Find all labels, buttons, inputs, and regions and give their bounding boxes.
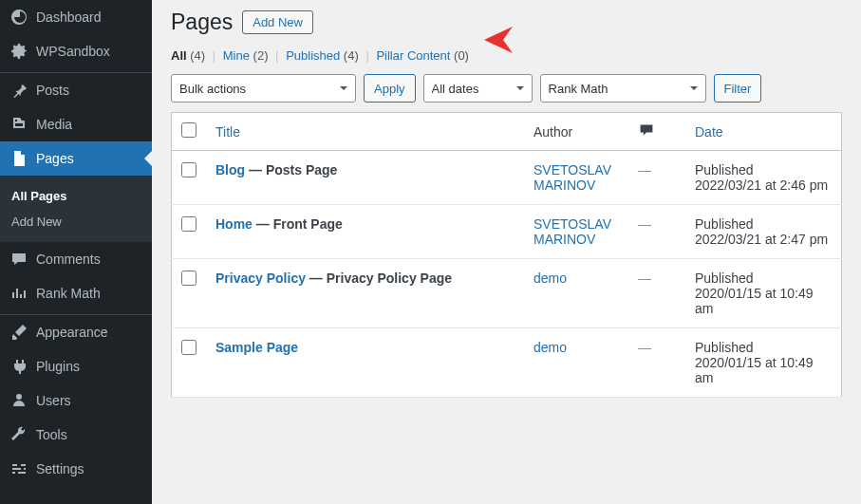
- date-time: 2020/01/15 at 10:49 am: [695, 286, 832, 316]
- wrench-icon: [9, 425, 28, 444]
- sidebar-item-tools[interactable]: Tools: [0, 418, 152, 452]
- page-icon: [9, 149, 28, 168]
- filter-pillar[interactable]: Pillar Content: [376, 48, 450, 63]
- date-status: Published: [695, 162, 832, 177]
- table-row: Blog — Posts PageSVETOSLAV MARINOV—Publi…: [172, 151, 842, 205]
- comment-icon: [9, 250, 28, 269]
- row-checkbox[interactable]: [181, 340, 197, 355]
- page-title-suffix: — Posts Page: [245, 162, 337, 177]
- author-link[interactable]: demo: [533, 271, 567, 286]
- rank-math-select[interactable]: Rank Math: [540, 74, 706, 103]
- row-checkbox[interactable]: [181, 162, 197, 177]
- page-title: Pages: [171, 9, 233, 35]
- column-comments-header[interactable]: [628, 113, 685, 151]
- date-status: Published: [695, 216, 832, 232]
- date-time: 2022/03/21 at 2:47 pm: [695, 232, 832, 247]
- column-author-header: Author: [524, 113, 628, 151]
- sidebar-sub-all-pages[interactable]: All Pages: [0, 183, 152, 209]
- sidebar-item-label: Users: [36, 393, 71, 408]
- sidebar-item-settings[interactable]: Settings: [0, 452, 152, 486]
- comment-count: —: [638, 340, 651, 355]
- page-title-link[interactable]: Home: [215, 216, 253, 232]
- sidebar-item-rank-math[interactable]: Rank Math: [0, 276, 152, 310]
- date-filter-select[interactable]: All dates: [423, 74, 533, 103]
- sidebar-item-label: Media: [36, 117, 72, 132]
- date-time: 2022/03/21 at 2:46 pm: [695, 177, 832, 193]
- sidebar-item-dashboard[interactable]: Dashboard: [0, 0, 152, 34]
- sidebar-item-users[interactable]: Users: [0, 383, 152, 418]
- table-row: Home — Front PageSVETOSLAV MARINOV—Publi…: [172, 205, 842, 259]
- plug-icon: [9, 357, 28, 376]
- filter-published-count: (4): [344, 48, 359, 63]
- sidebar-item-posts[interactable]: Posts: [0, 73, 152, 107]
- date-status: Published: [695, 271, 832, 286]
- bulk-actions-select[interactable]: Bulk actions: [171, 74, 356, 103]
- date-time: 2020/01/15 at 10:49 am: [695, 355, 832, 385]
- comment-count: —: [638, 162, 651, 177]
- user-icon: [9, 391, 28, 410]
- page-title-link[interactable]: Blog: [215, 162, 245, 177]
- row-checkbox[interactable]: [181, 216, 197, 232]
- sidebar-item-label: Plugins: [36, 359, 80, 374]
- comment-count: —: [638, 216, 651, 232]
- table-row: Privacy Policy — Privacy Policy Pagedemo…: [172, 259, 842, 328]
- sidebar-sub-add-new[interactable]: Add New: [0, 209, 152, 234]
- author-link[interactable]: SVETOSLAV MARINOV: [533, 216, 611, 247]
- filter-all[interactable]: All: [171, 48, 187, 63]
- sidebar-item-label: WPSandbox: [36, 44, 110, 59]
- sidebar-item-label: Dashboard: [36, 9, 102, 25]
- add-new-button[interactable]: Add New: [242, 10, 313, 34]
- page-title-suffix: — Front Page: [253, 216, 343, 232]
- comment-bubble-icon: [638, 122, 655, 138]
- sidebar-submenu: All Pages Add New: [0, 176, 152, 242]
- filter-mine[interactable]: Mine: [223, 48, 250, 63]
- sidebar-item-comments[interactable]: Comments: [0, 242, 152, 276]
- page-title-link[interactable]: Sample Page: [215, 340, 298, 355]
- sidebar-item-pages[interactable]: Pages: [0, 141, 152, 176]
- chart-icon: [9, 284, 28, 303]
- page-title-link[interactable]: Privacy Policy: [215, 271, 306, 286]
- column-date-header[interactable]: Date: [695, 124, 723, 140]
- author-link[interactable]: SVETOSLAV MARINOV: [533, 162, 611, 193]
- filter-button[interactable]: Filter: [714, 74, 762, 103]
- sidebar-item-appearance[interactable]: Appearance: [0, 315, 152, 349]
- pages-table: Title Author Date Blog — Posts PageSVETO…: [171, 112, 842, 398]
- date-status: Published: [695, 340, 832, 355]
- table-row: Sample Pagedemo—Published2020/01/15 at 1…: [172, 328, 842, 398]
- gear-icon: [9, 42, 28, 61]
- sidebar-item-media[interactable]: Media: [0, 107, 152, 141]
- controls-row: Bulk actions Apply All dates Rank Math F…: [171, 74, 842, 103]
- sidebar-item-label: Appearance: [36, 325, 108, 340]
- sidebar-item-label: Pages: [36, 151, 74, 166]
- filter-pillar-count: (0): [454, 48, 469, 63]
- sidebar-item-label: Settings: [36, 461, 84, 476]
- row-checkbox[interactable]: [181, 271, 197, 286]
- sidebar-item-label: Posts: [36, 83, 69, 98]
- filter-published[interactable]: Published: [286, 48, 340, 63]
- sidebar-item-label: Rank Math: [36, 286, 101, 301]
- sliders-icon: [9, 459, 28, 478]
- comment-count: —: [638, 271, 651, 286]
- filter-all-count: (4): [190, 48, 205, 63]
- arrow-annotation: [484, 23, 560, 57]
- brush-icon: [9, 323, 28, 342]
- author-link[interactable]: demo: [533, 340, 567, 355]
- sidebar-item-label: Comments: [36, 252, 101, 267]
- pin-icon: [9, 81, 28, 100]
- sidebar-item-plugins[interactable]: Plugins: [0, 349, 152, 383]
- page-title-suffix: — Privacy Policy Page: [306, 271, 452, 286]
- apply-button[interactable]: Apply: [364, 74, 416, 103]
- column-title-header[interactable]: Title: [215, 124, 240, 140]
- select-all-checkbox[interactable]: [181, 122, 197, 138]
- dashboard-icon: [9, 8, 28, 27]
- sidebar-item-wpsandbox[interactable]: WPSandbox: [0, 34, 152, 68]
- filter-mine-count: (2): [253, 48, 269, 63]
- page-header: Pages Add New: [171, 9, 842, 35]
- sidebar-item-label: Tools: [36, 427, 67, 442]
- main-content: Pages Add New All (4) | Mine (2) | Publi…: [152, 0, 861, 504]
- admin-sidebar: Dashboard WPSandbox Posts Media Pages Al…: [0, 0, 152, 504]
- media-icon: [9, 115, 28, 134]
